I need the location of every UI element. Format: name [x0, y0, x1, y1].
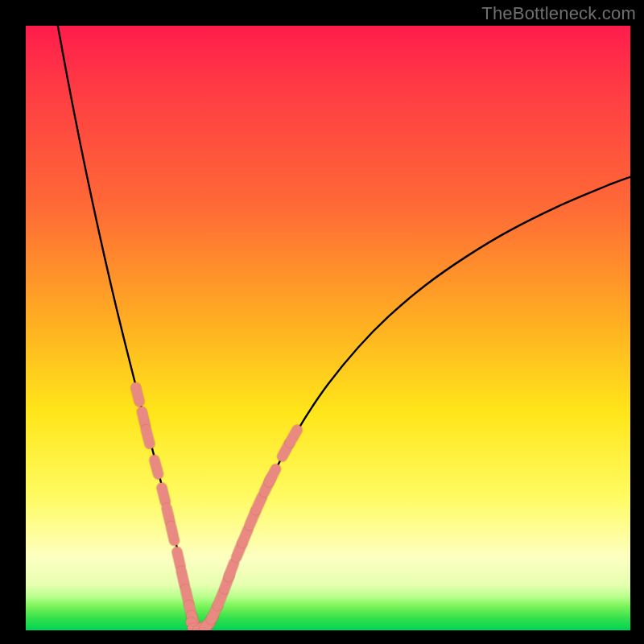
plot-area [26, 26, 630, 630]
marker-point [142, 411, 145, 426]
marker-point [269, 469, 275, 482]
outer-frame: TheBottleneck.com [0, 0, 644, 644]
watermark-text: TheBottleneck.com [481, 3, 636, 24]
marker-point [290, 430, 297, 443]
chart-svg [26, 26, 630, 630]
marker-point [181, 572, 184, 586]
marker-point [256, 497, 262, 510]
marker-point [162, 488, 165, 502]
curve-layer [58, 26, 630, 629]
marker-point [217, 592, 223, 606]
marker-point [155, 460, 159, 474]
marker-point [242, 530, 248, 543]
marker-point [177, 552, 180, 567]
marker-point [136, 387, 139, 401]
curve-right-branch [197, 177, 630, 629]
marker-point [171, 526, 174, 541]
marker-point [229, 564, 233, 577]
marker-point [146, 430, 150, 444]
marker-point [167, 509, 170, 523]
marker-layer [136, 387, 297, 630]
